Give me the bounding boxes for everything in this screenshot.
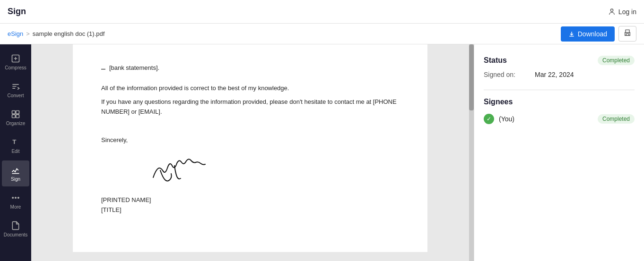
status-section: Status Completed Signed on: Mar 22, 2024 [484,56,635,78]
breadcrumb-file: sample english doc (1).pdf [33,30,104,37]
signature-svg [148,154,210,187]
signees-section: Signees ✓ (You) Completed [484,98,635,124]
download-icon [568,31,575,37]
pdf-page: – [bank statements]. All of the informat… [73,44,427,252]
login-button[interactable]: Log in [608,8,636,16]
sidebar-label-convert: Convert [7,93,24,98]
status-title: Status [484,56,507,65]
sidebar: Compress Convert Organize T Edit Sign [0,44,31,261]
print-icon [624,29,631,37]
login-label: Log in [618,8,636,16]
app-title: Sign [8,7,26,17]
svg-rect-5 [12,111,16,114]
sidebar-item-organize[interactable]: Organize [2,105,29,131]
right-panel: Status Completed Signed on: Mar 22, 2024… [474,44,644,261]
signature-area: Sincerely, [PRINTED NAME] [TITLE] [101,135,399,215]
signed-on-value: Mar 22, 2024 [535,71,574,78]
paragraph2-text: If you have any questions regarding the … [101,97,399,117]
sidebar-label-sign: Sign [11,177,20,182]
status-badge: Completed [598,56,635,65]
sidebar-label-edit: Edit [11,149,19,154]
edit-icon: T [11,137,20,147]
sincerely-text: Sincerely, [101,135,399,145]
content-area: – [bank statements]. All of the informat… [31,44,474,261]
scrollbar-thumb[interactable] [469,44,474,110]
sidebar-item-compress[interactable]: Compress [2,49,29,75]
documents-icon [11,221,20,230]
breadcrumb: eSign > sample english doc (1).pdf [8,30,104,37]
breadcrumb-parent[interactable]: eSign [8,30,23,37]
svg-rect-6 [16,111,19,114]
title-text: [TITLE] [101,205,399,215]
sidebar-item-sign[interactable]: Sign [2,160,29,186]
bullet-text: [bank statements]. [109,63,159,73]
header-actions: Log in [608,8,636,16]
signee-left: ✓ (You) [484,114,514,124]
signature-image [148,154,210,187]
paragraph1-text: All of the information provided is corre… [101,84,399,93]
signed-on-row: Signed on: Mar 22, 2024 [484,71,635,78]
svg-rect-8 [16,115,19,118]
main-layout: Compress Convert Organize T Edit Sign [0,44,644,261]
svg-point-11 [12,197,14,199]
svg-text:T: T [12,138,16,145]
download-button[interactable]: Download [561,26,615,42]
signee-check-icon: ✓ [484,114,494,124]
pdf-viewer[interactable]: – [bank statements]. All of the informat… [31,44,469,261]
download-label: Download [578,30,607,38]
signees-title: Signees [484,98,635,106]
convert-icon [11,82,20,91]
sidebar-item-documents[interactable]: Documents [2,216,29,242]
sidebar-label-more: More [10,204,21,210]
svg-point-0 [610,9,613,11]
signed-on-label: Signed on: [484,71,531,78]
bullet-dot: – [101,65,105,73]
signee-name: (You) [499,115,514,123]
breadcrumb-bar: eSign > sample english doc (1).pdf Downl… [0,24,644,44]
sidebar-label-documents: Documents [4,232,28,237]
signee-row: ✓ (You) Completed [484,114,635,124]
app-header: Sign Log in [0,0,644,24]
organize-icon [11,109,20,119]
pdf-paragraph1: All of the information provided is corre… [101,84,399,117]
user-icon [608,8,616,16]
breadcrumb-separator: > [26,30,30,37]
signee-status-badge: Completed [598,114,635,124]
sidebar-item-convert[interactable]: Convert [2,77,29,103]
more-icon [11,193,20,202]
sidebar-label-organize: Organize [6,121,26,126]
pdf-bullet-item: – [bank statements]. [101,63,399,73]
status-header: Status Completed [484,56,635,65]
sidebar-item-more[interactable]: More [2,188,29,214]
printed-name-text: [PRINTED NAME] [101,195,399,205]
print-button[interactable] [618,26,636,42]
scrollbar-track[interactable] [469,44,474,261]
svg-rect-3 [626,34,628,35]
breadcrumb-actions: Download [561,26,636,42]
sidebar-item-edit[interactable]: T Edit [2,133,29,159]
svg-rect-7 [12,115,16,118]
svg-point-13 [18,197,19,199]
svg-rect-1 [626,30,629,32]
panel-divider [484,90,635,90]
sign-icon [11,165,20,175]
compress-icon [11,54,20,63]
sidebar-label-compress: Compress [5,65,26,70]
svg-point-12 [15,197,17,199]
